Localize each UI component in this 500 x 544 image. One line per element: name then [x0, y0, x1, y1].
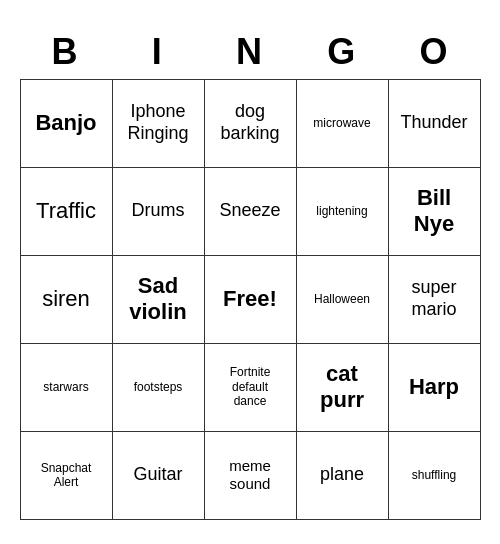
cell-text-4-1: Guitar — [118, 464, 199, 486]
cell-1-4: BillNye — [388, 167, 480, 255]
cell-text-2-2: Free! — [210, 286, 291, 312]
cell-4-2: memesound — [204, 431, 296, 519]
grid-row-0: BanjoIphoneRingingdogbarkingmicrowaveThu… — [20, 79, 480, 167]
cell-text-3-2: Fortnitedefaultdance — [210, 365, 291, 408]
cell-text-2-1: Sadviolin — [118, 273, 199, 326]
cell-0-2: dogbarking — [204, 79, 296, 167]
cell-2-1: Sadviolin — [112, 255, 204, 343]
cell-1-1: Drums — [112, 167, 204, 255]
cell-0-1: IphoneRinging — [112, 79, 204, 167]
cell-0-0: Banjo — [20, 79, 112, 167]
bingo-grid: BanjoIphoneRingingdogbarkingmicrowaveThu… — [20, 79, 481, 520]
cell-text-0-1: IphoneRinging — [118, 101, 199, 144]
cell-1-0: Traffic — [20, 167, 112, 255]
cell-text-3-4: Harp — [394, 374, 475, 400]
cell-text-1-0: Traffic — [26, 198, 107, 224]
grid-row-1: TrafficDrumsSneezelighteningBillNye — [20, 167, 480, 255]
cell-text-1-2: Sneeze — [210, 200, 291, 222]
cell-4-4: shuffling — [388, 431, 480, 519]
grid-row-4: SnapchatAlertGuitarmemesoundplaneshuffli… — [20, 431, 480, 519]
cell-0-4: Thunder — [388, 79, 480, 167]
cell-text-0-0: Banjo — [26, 110, 107, 136]
cell-3-2: Fortnitedefaultdance — [204, 343, 296, 431]
cell-1-3: lightening — [296, 167, 388, 255]
cell-2-3: Halloween — [296, 255, 388, 343]
cell-3-4: Harp — [388, 343, 480, 431]
cell-text-2-4: supermario — [394, 277, 475, 320]
grid-row-2: sirenSadviolinFree!Halloweensupermario — [20, 255, 480, 343]
cell-2-2: Free! — [204, 255, 296, 343]
cell-text-4-3: plane — [302, 464, 383, 486]
cell-3-1: footsteps — [112, 343, 204, 431]
cell-text-2-3: Halloween — [302, 292, 383, 306]
bingo-header: BINGO — [20, 25, 481, 79]
cell-text-1-1: Drums — [118, 200, 199, 222]
cell-4-0: SnapchatAlert — [20, 431, 112, 519]
header-letter-o: O — [388, 25, 480, 79]
header-letter-g: G — [296, 25, 388, 79]
header-letter-i: I — [112, 25, 204, 79]
cell-text-3-3: catpurr — [302, 361, 383, 414]
cell-text-4-4: shuffling — [394, 468, 475, 482]
header-letter-b: B — [20, 25, 112, 79]
cell-text-4-2: memesound — [210, 457, 291, 493]
cell-text-3-1: footsteps — [118, 380, 199, 394]
cell-text-3-0: starwars — [26, 380, 107, 394]
cell-4-3: plane — [296, 431, 388, 519]
cell-3-3: catpurr — [296, 343, 388, 431]
cell-0-3: microwave — [296, 79, 388, 167]
grid-row-3: starwarsfootstepsFortnitedefaultdancecat… — [20, 343, 480, 431]
header-letter-n: N — [204, 25, 296, 79]
cell-text-1-3: lightening — [302, 204, 383, 218]
cell-text-0-2: dogbarking — [210, 101, 291, 144]
cell-3-0: starwars — [20, 343, 112, 431]
cell-text-2-0: siren — [26, 286, 107, 312]
cell-text-0-4: Thunder — [394, 112, 475, 134]
cell-4-1: Guitar — [112, 431, 204, 519]
cell-text-4-0: SnapchatAlert — [26, 461, 107, 490]
cell-text-1-4: BillNye — [394, 185, 475, 238]
cell-1-2: Sneeze — [204, 167, 296, 255]
cell-2-0: siren — [20, 255, 112, 343]
cell-2-4: supermario — [388, 255, 480, 343]
cell-text-0-3: microwave — [302, 116, 383, 130]
